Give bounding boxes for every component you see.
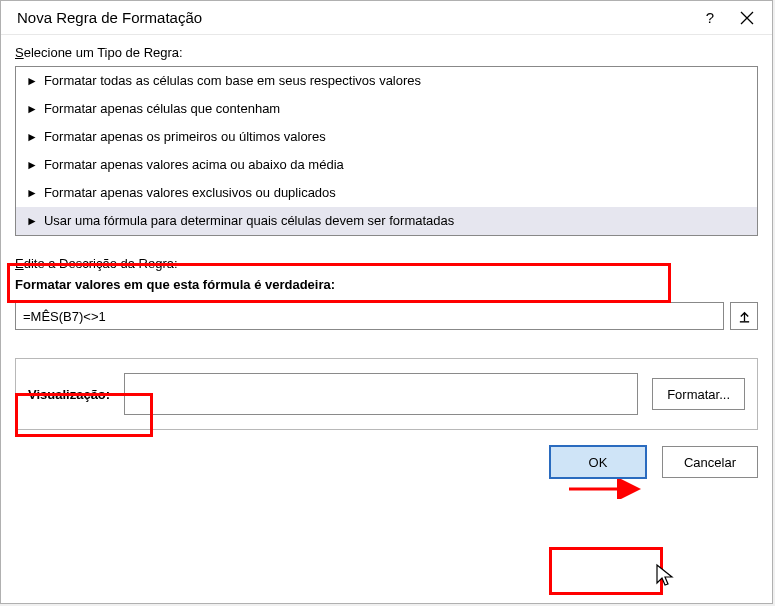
ok-button[interactable]: OK [550, 446, 646, 478]
rule-type-item[interactable]: ► Formatar apenas valores acima ou abaix… [16, 151, 757, 179]
rule-description-label: Edite a Descrição da Regra: [15, 256, 758, 271]
collapse-dialog-button[interactable] [730, 302, 758, 330]
close-icon[interactable] [740, 11, 758, 25]
rule-type-item-label: Formatar todas as células com base em se… [44, 73, 421, 88]
rule-type-item[interactable]: ► Usar uma fórmula para determinar quais… [16, 207, 757, 235]
rule-type-item-label: Formatar apenas valores acima ou abaixo … [44, 157, 344, 172]
range-selector-icon [738, 310, 751, 323]
rule-type-item-label: Formatar apenas valores exclusivos ou du… [44, 185, 336, 200]
formula-heading: Formatar valores em que esta fórmula é v… [15, 277, 758, 292]
preview-label: Visualização: [28, 387, 110, 402]
rule-type-item-label: Formatar apenas os primeiros ou últimos … [44, 129, 326, 144]
triangle-right-icon: ► [26, 215, 38, 227]
triangle-right-icon: ► [26, 159, 38, 171]
format-button[interactable]: Formatar... [652, 378, 745, 410]
preview-section: Visualização: Formatar... [15, 358, 758, 430]
help-icon[interactable]: ? [706, 9, 714, 26]
formula-input[interactable] [15, 302, 724, 330]
titlebar: Nova Regra de Formatação ? [1, 1, 772, 35]
dialog-button-row: OK Cancelar [15, 446, 758, 478]
rule-type-item[interactable]: ► Formatar apenas valores exclusivos ou … [16, 179, 757, 207]
rule-type-list[interactable]: ► Formatar todas as células com base em … [15, 66, 758, 236]
rule-type-label: Selecione um Tipo de Regra: [15, 45, 758, 60]
cancel-button[interactable]: Cancelar [662, 446, 758, 478]
triangle-right-icon: ► [26, 103, 38, 115]
rule-type-item-label: Usar uma fórmula para determinar quais c… [44, 213, 454, 228]
triangle-right-icon: ► [26, 187, 38, 199]
triangle-right-icon: ► [26, 131, 38, 143]
rule-type-item[interactable]: ► Formatar apenas células que contenham [16, 95, 757, 123]
rule-type-item[interactable]: ► Formatar todas as células com base em … [16, 67, 757, 95]
titlebar-controls: ? [706, 9, 758, 26]
new-formatting-rule-dialog: Nova Regra de Formatação ? Selecione um … [0, 0, 773, 604]
dialog-body: Selecione um Tipo de Regra: ► Formatar t… [1, 35, 772, 603]
dialog-title: Nova Regra de Formatação [17, 9, 202, 26]
svg-rect-0 [739, 321, 748, 322]
formula-row [15, 302, 758, 330]
rule-type-item[interactable]: ► Formatar apenas os primeiros ou último… [16, 123, 757, 151]
rule-type-item-label: Formatar apenas células que contenham [44, 101, 280, 116]
preview-box [124, 373, 638, 415]
triangle-right-icon: ► [26, 75, 38, 87]
